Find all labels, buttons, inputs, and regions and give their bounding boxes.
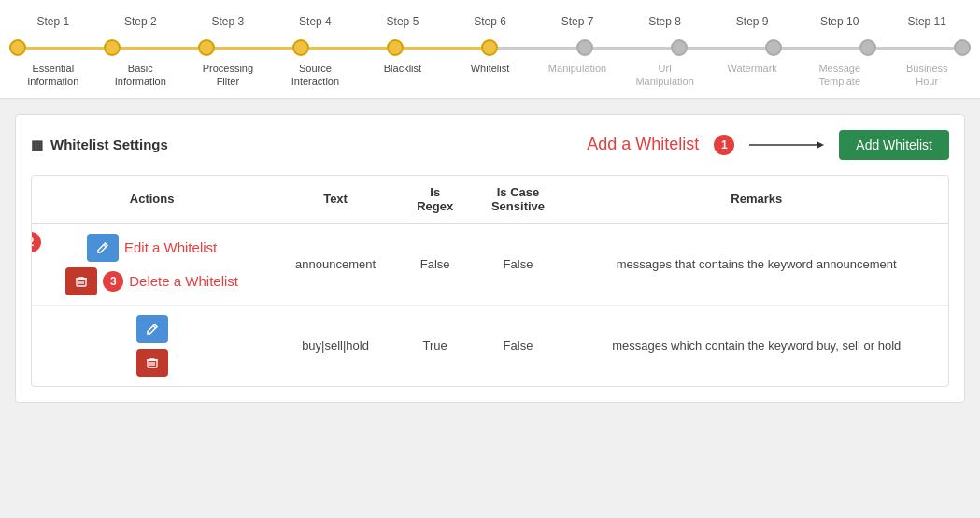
step-dot-9[interactable] xyxy=(765,39,782,56)
track-line-9-10 xyxy=(782,47,859,50)
step-dot-10[interactable] xyxy=(859,39,876,56)
table-row: buy|sell|hold True False messages which … xyxy=(32,305,948,386)
step-dot-11[interactable] xyxy=(954,39,971,56)
whitelist-title: ▦ Whitelist Settings xyxy=(31,137,168,152)
remarks-cell-1: messages that contains the keyword annou… xyxy=(564,223,948,306)
actions-cell-1: Edit a Whitelist 2 xyxy=(32,223,272,306)
badge-number-1: 1 xyxy=(714,135,734,155)
step-dot-7[interactable] xyxy=(576,39,593,56)
step-dot-1[interactable] xyxy=(9,39,26,56)
regex-cell-1: False xyxy=(399,223,472,306)
step-name-6: Whitelist xyxy=(447,62,534,89)
track-line-5-6 xyxy=(404,47,481,50)
edit-icon xyxy=(96,241,109,254)
edit-button-1[interactable] xyxy=(87,234,119,262)
track-line-4-5 xyxy=(309,47,387,50)
table-row: Edit a Whitelist 2 xyxy=(32,223,948,306)
step-name-3: ProcessingFilter xyxy=(184,62,272,89)
badge-2: 2 xyxy=(31,232,41,252)
step-10[interactable]: Step 10 xyxy=(796,15,884,32)
grid-icon: ▦ xyxy=(31,137,43,152)
track-line-7-8 xyxy=(593,47,671,50)
stepper-section: Step 1 Step 2 Step 3 Step 4 Step 5 Step … xyxy=(0,0,980,99)
step-name-11: BusinessHour xyxy=(883,62,971,89)
col-text: Text xyxy=(272,176,399,223)
track-line-10-11 xyxy=(876,47,954,50)
step-4[interactable]: Step 4 xyxy=(272,15,360,32)
remarks-cell-2: messages which contain the keyword buy, … xyxy=(564,305,948,386)
step-5[interactable]: Step 5 xyxy=(359,15,447,32)
step-9[interactable]: Step 9 xyxy=(708,15,796,32)
col-case-sensitive: Is CaseSensitive xyxy=(472,176,565,223)
delete-button-1[interactable] xyxy=(65,267,97,295)
trash-icon-2 xyxy=(146,356,159,369)
arrow-to-button xyxy=(749,137,824,152)
edit-icon-2 xyxy=(146,323,159,336)
track-line-2-3 xyxy=(121,47,198,50)
step-name-7: Manipulation xyxy=(533,62,621,89)
whitelist-table: Actions Text IsRegex Is CaseSensitive Re… xyxy=(32,176,948,386)
actions-cell-2 xyxy=(32,305,272,386)
col-is-regex: IsRegex xyxy=(399,176,472,223)
edit-button-2[interactable] xyxy=(136,315,168,343)
step-6[interactable]: Step 6 xyxy=(447,15,534,32)
step-name-4: SourceInteraction xyxy=(272,62,360,89)
track-line-1-2 xyxy=(26,47,104,50)
case-cell-2: False xyxy=(472,305,565,386)
track-line-6-7 xyxy=(498,47,575,50)
header-right: Add a Whitelist 1 Add Whitelist xyxy=(587,130,949,160)
regex-cell-2: True xyxy=(399,305,472,386)
step-dot-3[interactable] xyxy=(198,39,215,56)
badge-3: 3 xyxy=(103,271,123,292)
step-name-10: MessageTemplate xyxy=(796,62,884,89)
whitelist-table-container: Actions Text IsRegex Is CaseSensitive Re… xyxy=(31,175,949,387)
step-3[interactable]: Step 3 xyxy=(184,15,272,32)
case-cell-1: False xyxy=(472,223,565,306)
table-header-row: Actions Text IsRegex Is CaseSensitive Re… xyxy=(32,176,948,223)
step-7[interactable]: Step 7 xyxy=(533,15,621,32)
col-remarks: Remarks xyxy=(564,176,948,223)
step-name-9: Watermark xyxy=(708,62,796,89)
step-dot-4[interactable] xyxy=(292,39,309,56)
delete-annotation: Delete a Whitelist xyxy=(129,273,238,289)
stepper-track xyxy=(9,39,971,56)
add-whitelist-label: Add a Whitelist xyxy=(587,135,699,154)
step-2[interactable]: Step 2 xyxy=(97,15,185,32)
step-11[interactable]: Step 11 xyxy=(883,15,971,32)
step-8[interactable]: Step 8 xyxy=(621,15,709,32)
delete-button-2[interactable] xyxy=(136,349,168,377)
svg-line-8 xyxy=(153,325,156,328)
svg-marker-1 xyxy=(817,141,824,149)
track-line-8-9 xyxy=(688,47,765,50)
trash-icon-1 xyxy=(75,275,88,288)
text-cell-2: buy|sell|hold xyxy=(272,305,399,386)
step-name-2: BasicInformation xyxy=(97,62,185,89)
track-line-3-4 xyxy=(215,47,292,50)
step-dot-6[interactable] xyxy=(481,39,498,56)
step-dot-8[interactable] xyxy=(671,39,688,56)
whitelist-header: ▦ Whitelist Settings Add a Whitelist 1 A… xyxy=(31,130,949,160)
main-content: ▦ Whitelist Settings Add a Whitelist 1 A… xyxy=(15,114,965,403)
add-whitelist-button[interactable]: Add Whitelist xyxy=(839,130,949,160)
edit-annotation: Edit a Whitelist xyxy=(124,239,217,255)
app-container: Step 1 Step 2 Step 3 Step 4 Step 5 Step … xyxy=(0,0,980,403)
col-actions: Actions xyxy=(32,176,272,223)
step-name-8: UrlManipulation xyxy=(621,62,709,89)
step-1[interactable]: Step 1 xyxy=(9,15,97,32)
step-name-5: Blacklist xyxy=(359,62,447,89)
svg-line-2 xyxy=(104,244,107,247)
text-cell-1: announcement xyxy=(272,223,399,306)
step-dot-5[interactable] xyxy=(387,39,404,56)
step-name-1: EssentialInformation xyxy=(9,62,97,89)
whitelist-title-text: Whitelist Settings xyxy=(50,137,168,152)
step-dot-2[interactable] xyxy=(104,39,121,56)
